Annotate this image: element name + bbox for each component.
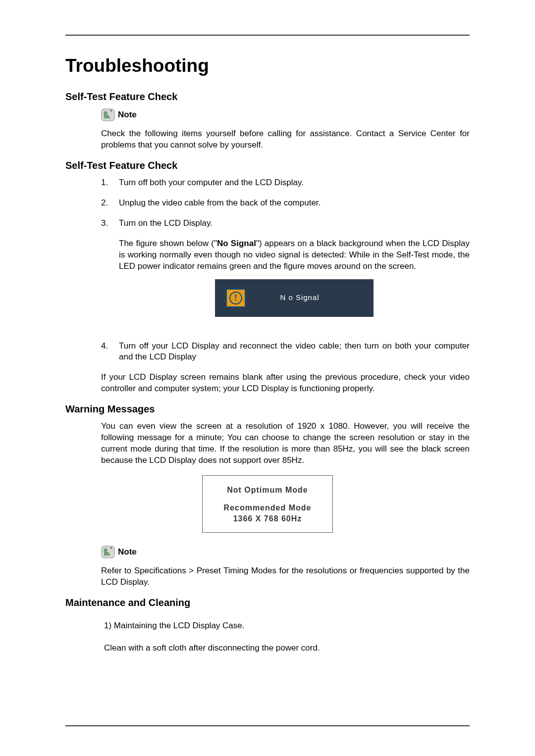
step-text: Unplug the video cable from the back of … xyxy=(119,198,470,209)
step-extra: The figure shown below ("No Signal") app… xyxy=(119,238,470,272)
divider-top xyxy=(65,35,470,36)
list-item: 1. Turn off both your computer and the L… xyxy=(101,177,470,189)
page-container: Troubleshooting Self-Test Feature Check … xyxy=(0,0,535,654)
note-icon xyxy=(101,108,115,121)
steps-list: 1. Turn off both your computer and the L… xyxy=(101,177,470,363)
note-row-1: Note xyxy=(101,108,470,121)
intro-paragraph: Check the following items yourself befor… xyxy=(101,128,470,151)
step-text: Turn off both your computer and the LCD … xyxy=(119,177,470,189)
optimum-line3: 1366 X 768 60Hz xyxy=(208,514,327,523)
step-text: Turn off your LCD Display and reconnect … xyxy=(119,341,470,363)
optimum-line1: Not Optimum Mode xyxy=(208,486,327,495)
step-number: 4. xyxy=(101,341,119,363)
maintenance-line1: 1) Maintaining the LCD Display Case. xyxy=(104,620,470,632)
warning-icon-inner: ! xyxy=(229,292,242,304)
step-number: 1. xyxy=(101,177,119,189)
note-label: Note xyxy=(118,110,137,120)
optimum-line2: Recommended Mode xyxy=(208,504,327,512)
note-row-2: Note xyxy=(101,546,470,558)
step-body: Turn on the LCD Display. The figure show… xyxy=(119,218,470,332)
divider-bottom xyxy=(65,725,470,726)
step-extra-bold: No Signal xyxy=(217,239,256,248)
note-body: Refer to Specifications > Preset Timing … xyxy=(101,565,470,588)
section-heading-warning: Warning Messages xyxy=(65,403,470,415)
section-heading-selftest-2: Self-Test Feature Check xyxy=(65,160,470,171)
section-heading-maintenance: Maintenance and Cleaning xyxy=(65,597,470,608)
closing-paragraph: If your LCD Display screen remains blank… xyxy=(101,372,470,395)
list-item: 4. Turn off your LCD Display and reconne… xyxy=(101,341,470,363)
note-label: Note xyxy=(118,547,137,557)
not-optimum-figure: Not Optimum Mode Recommended Mode 1366 X… xyxy=(202,475,333,533)
page-title: Troubleshooting xyxy=(65,55,470,76)
step-extra-pre: The figure shown below (" xyxy=(119,239,217,248)
section-heading-selftest-1: Self-Test Feature Check xyxy=(65,91,470,102)
note-icon xyxy=(101,546,115,558)
step-number: 3. xyxy=(101,218,119,332)
no-signal-text: N o Signal xyxy=(246,293,374,302)
step-number: 2. xyxy=(101,198,119,209)
warning-body: You can even view the screen at a resolu… xyxy=(101,421,470,466)
maintenance-line2: Clean with a soft cloth after disconnect… xyxy=(104,643,470,654)
warning-icon: ! xyxy=(226,289,246,307)
no-signal-figure: ! N o Signal xyxy=(215,279,374,317)
list-item: 3. Turn on the LCD Display. The figure s… xyxy=(101,218,470,332)
list-item: 2. Unplug the video cable from the back … xyxy=(101,198,470,209)
step-text: Turn on the LCD Display. xyxy=(119,218,213,228)
